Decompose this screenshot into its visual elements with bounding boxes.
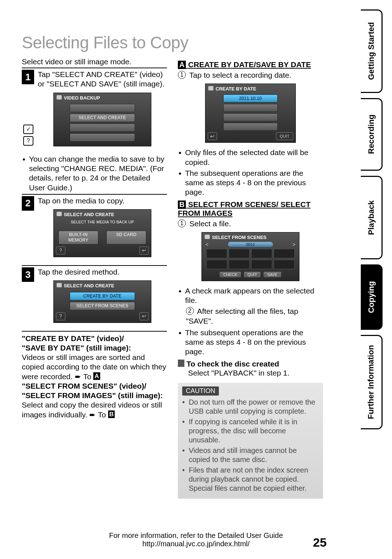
step-1-text-a: Tap "SELECT AND CREATE" (video) — [38, 70, 163, 78]
bullet-a2: The subsequent operations are the same a… — [178, 169, 323, 197]
date-row2[interactable] — [223, 104, 278, 112]
page-footer: For more information, refer to the Detai… — [0, 531, 392, 548]
help-side-icon: ? — [23, 136, 33, 146]
thumbnail[interactable] — [206, 260, 227, 269]
method1-head-b: "SAVE BY DATE" (still image): — [22, 344, 131, 352]
screenA-quit-button[interactable]: QUIT — [276, 132, 293, 140]
step-3-text: Tap the desired method. — [38, 268, 119, 276]
tab-further-information[interactable]: Further Information — [361, 335, 383, 429]
method1-to: To — [83, 372, 91, 381]
step1-bullet: You can change the media to save to by s… — [22, 154, 167, 193]
step-1-text-b: or "SELECT AND SAVE" (still image). — [38, 80, 164, 88]
footer-line1: For more information, refer to the Detai… — [109, 531, 283, 539]
check-disc-title: To check the disc created — [187, 360, 279, 368]
check-side-icon: ✓ — [23, 125, 33, 134]
screen-video-backup: VIDEO BACKUP SELECT AND CREATE — [53, 93, 151, 146]
step-3-number: 3 — [22, 267, 34, 282]
step-2-number: 2 — [22, 196, 34, 211]
section-a-title: CREATE BY DATE/SAVE BY DATE — [188, 60, 311, 69]
section-b-step2: After selecting all the files, tap "SAVE… — [186, 307, 298, 325]
create-by-date-button[interactable]: CREATE BY DATE — [70, 292, 135, 300]
screenB-prev-icon[interactable]: < — [205, 242, 208, 247]
section-b-head: B SELECT FROM SCENES/ SELECT FROM IMAGES — [178, 200, 323, 218]
circle-2b: 2 — [186, 307, 194, 315]
screenB-next-icon[interactable]: > — [293, 242, 295, 247]
screenB-save-button[interactable]: SAVE — [263, 271, 282, 278]
screen-create-by-date: CREATE BY DATE 2011.10.10 ↩ QUIT — [205, 84, 296, 143]
tab-playback[interactable]: Playback — [361, 176, 383, 259]
section-b-step1: Select a file. — [189, 219, 231, 228]
intro-text: Select video or still image mode. — [22, 57, 167, 66]
screenA-back-icon[interactable]: ↩ — [208, 132, 217, 140]
caution-item-4: Files that are not on the index screen d… — [182, 466, 319, 493]
step-2: 2 Tap on the media to copy. SELECT AND C… — [22, 194, 167, 262]
screenB-year: 2011 — [228, 242, 273, 247]
thumbnail[interactable] — [251, 260, 272, 269]
badge-a-inline: A — [93, 372, 100, 380]
screen1-row-blank3 — [70, 133, 135, 142]
step-3: 3 Tap the desired method. SELECT AND CRE… — [22, 265, 167, 328]
screen-select-method: SELECT AND CREATE CREATE BY DATE SELECT … — [53, 280, 151, 323]
screenB-check-button[interactable]: CHECK — [219, 271, 241, 278]
section-tabs: Getting Started Recording Playback Copyi… — [361, 9, 383, 429]
thumbnail-grid — [206, 249, 295, 269]
page-title: Selecting Files to Copy — [22, 33, 377, 52]
screen2-back-icon[interactable]: ↩ — [139, 247, 149, 255]
circle-1b: 1 — [178, 219, 186, 227]
screen2-subtitle: SELECT THE MEDIA TO BACK UP — [56, 219, 149, 228]
tab-copying[interactable]: Copying — [361, 264, 383, 330]
screen2-help-icon[interactable]: ? — [56, 247, 65, 255]
tab-getting-started[interactable]: Getting Started — [361, 9, 383, 93]
check-disc-text: Select "PLAYBACK" in step 1. — [178, 368, 323, 378]
screen3-help-icon[interactable]: ? — [56, 312, 65, 320]
sd-card-button[interactable]: SD CARD — [106, 231, 146, 244]
date-selected[interactable]: 2011.10.10 — [223, 94, 278, 102]
badge-b-inline: B — [108, 410, 115, 418]
section-a-step1: Tap to select a recording date. — [189, 71, 291, 79]
screen3-back-icon[interactable]: ↩ — [139, 312, 149, 320]
bullet-a1: Only files of the selected date will be … — [178, 148, 323, 167]
left-column: Select video or still image mode. 1 Tap … — [22, 57, 167, 499]
section-a-head: A CREATE BY DATE/SAVE BY DATE — [178, 60, 323, 69]
screen-select-media: SELECT AND CREATE SELECT THE MEDIA TO BA… — [53, 209, 151, 257]
step-2-text: Tap on the media to copy. — [38, 197, 124, 205]
thumbnail[interactable] — [274, 249, 295, 258]
step-1-number: 1 — [22, 70, 34, 84]
screen1-row-blank1 — [70, 104, 135, 112]
arrow-icon: ➨ — [75, 372, 81, 381]
badge-a: A — [178, 61, 186, 69]
divider — [22, 331, 167, 332]
date-row3[interactable] — [223, 113, 278, 121]
footer-url: http://manual.jvc.co.jp/index.html/ — [142, 540, 250, 548]
section-b-title: SELECT FROM SCENES/ SELECT FROM IMAGES — [178, 200, 311, 217]
thumbnail[interactable] — [206, 249, 227, 258]
bullet-b1: A check mark appears on the selected fil… — [178, 286, 323, 305]
select-from-scenes-button[interactable]: SELECT FROM SCENES — [70, 302, 135, 310]
check-disc-head: To check the disc created — [178, 360, 323, 368]
screen3-title: SELECT AND CREATE — [56, 282, 149, 290]
caution-item-1: Do not turn off the power or remove the … — [182, 398, 319, 416]
screen2-title: SELECT AND CREATE — [56, 211, 149, 219]
bullet-b2: The subsequent operations are the same a… — [178, 328, 323, 357]
caution-item-2: If copying is canceled while it is in pr… — [182, 417, 319, 445]
tab-recording[interactable]: Recording — [361, 98, 383, 171]
step-1: 1 Tap "SELECT AND CREATE" (video) or "SE… — [22, 68, 167, 151]
thumbnail[interactable] — [229, 249, 250, 258]
method2-head-b: "SELECT FROM IMAGES" (still image): — [22, 391, 163, 400]
method1-head-a: "CREATE BY DATE" (video)/ — [22, 334, 124, 343]
date-row4[interactable] — [223, 123, 278, 131]
arrow-icon-2: ➨ — [89, 410, 96, 419]
builtin-memory-button[interactable]: BUILT-IN MEMORY — [58, 231, 98, 244]
screen1-title: VIDEO BACKUP — [56, 94, 149, 102]
screenB-quit-button[interactable]: QUIT — [244, 271, 261, 278]
screenA-title: CREATE BY DATE — [208, 85, 293, 93]
thumbnail[interactable] — [229, 260, 250, 269]
thumbnail[interactable] — [251, 249, 272, 258]
screen1-select-and-create[interactable]: SELECT AND CREATE — [70, 114, 135, 122]
method2-to: To — [98, 410, 106, 419]
thumbnail[interactable] — [274, 260, 295, 269]
circle-1a: 1 — [178, 71, 186, 79]
caution-box: CAUTION Do not turn off the power or rem… — [178, 383, 323, 499]
screenB-title: SELECT FROM SCENES — [204, 234, 297, 242]
screen-select-from-scenes: SELECT FROM SCENES < 2011 > — [201, 232, 299, 281]
